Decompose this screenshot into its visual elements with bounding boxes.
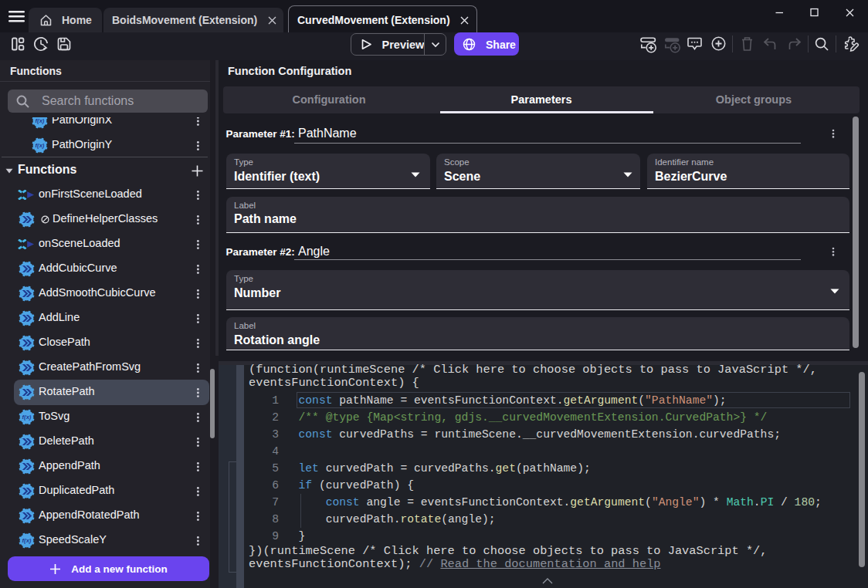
svg-text:f(x): f(x) xyxy=(22,537,32,544)
svg-text:f(x): f(x) xyxy=(22,414,32,421)
svg-text:f(x): f(x) xyxy=(36,142,45,149)
svg-text:f(x): f(x) xyxy=(36,117,45,124)
